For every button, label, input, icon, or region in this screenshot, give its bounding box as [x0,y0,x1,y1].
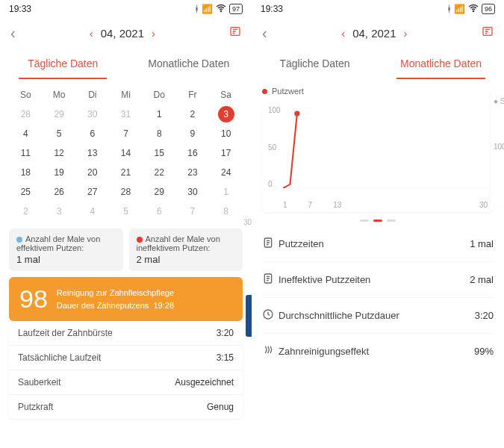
calendar-day[interactable]: 17 [209,143,243,163]
tab-daily[interactable]: Tägliche Daten [0,48,126,81]
calendar: SoMoDiMiDoFrSa28293031123456789101112131… [0,81,252,221]
calendar-day[interactable]: 21 [109,163,143,182]
legend-effective-label: Anzahl der Male von effektivem Putzen: [16,234,100,252]
calendar-day[interactable]: 2 [9,202,43,221]
stat-value: Ausgezeichnet [175,377,234,388]
calendar-day[interactable]: 6 [143,202,176,221]
monthly-stat-value: 99% [474,346,494,357]
calendar-day[interactable]: 23 [176,163,210,182]
calendar-day[interactable]: 4 [75,202,109,221]
clock-icon [262,308,279,323]
calendar-day[interactable]: 2 [176,105,210,124]
calendar-day[interactable]: 18 [9,163,43,182]
calendar-day[interactable]: 15 [143,143,176,163]
score-line2-value: 19:28 [153,301,174,310]
monthly-stat-value: 2 mal [470,274,494,285]
month-label: 04, 2021 [352,27,396,40]
calendar-day[interactable]: 29 [43,105,76,124]
calendar-day[interactable]: 22 [143,163,176,182]
calendar-day[interactable]: 16 [176,143,210,163]
calendar-day[interactable]: 27 [75,182,109,202]
calendar-day[interactable]: 7 [176,202,210,221]
calendar-day-header: Fr [176,85,210,105]
calendar-action-icon[interactable] [482,25,494,40]
score-line2-label: Dauer des Zähneputzens [57,301,149,310]
calendar-day-header: Mi [109,85,143,105]
calendar-day[interactable]: 31 [109,105,143,124]
calendar-day[interactable]: 24 [209,163,243,182]
calendar-day[interactable]: 13 [75,143,109,163]
prev-month-icon[interactable]: ‹ [341,27,345,40]
calendar-day[interactable]: 12 [43,143,76,163]
calendar-day-header: So [9,85,43,105]
calendar-day[interactable]: 7 [109,124,143,143]
tab-monthly[interactable]: Monatliche Daten [126,48,252,81]
calendar-day[interactable]: 28 [9,105,43,124]
tab-daily[interactable]: Tägliche Daten [252,48,378,81]
calendar-day[interactable]: 29 [143,182,176,202]
bluetooth-icon: ᚼ [194,4,199,14]
phone-left: 19:33 ᚼ 📶 97 ‹ ‹ 04, 2021 › Tägliche Dat… [0,0,252,448]
calendar-day[interactable]: 26 [43,182,76,202]
status-bar: 19:33 ᚼ 📶 97 [0,0,252,18]
calendar-day[interactable]: 14 [109,143,143,163]
y-tick: 100 [268,106,281,114]
calendar-day[interactable]: 5 [43,124,76,143]
stat-value: 3:20 [217,328,234,338]
stat-row: Laufzeit der Zahnbürste3:20 [9,321,243,345]
calendar-day[interactable]: 30 [176,182,210,202]
score-card[interactable]: 98 Reinigung zur Zahnfleischpflege Dauer… [9,277,243,321]
legend-ineffective: Anzahl der Male von ineffektivem Putzen:… [129,228,243,271]
calendar-day[interactable]: 30 [75,105,109,124]
chart-y-axis: 100500 [268,106,281,188]
calendar-day[interactable]: 6 [75,124,109,143]
page-dot-active[interactable] [373,220,382,222]
signal-icon: 📶 [202,4,213,14]
calendar-peek-label: 30 [243,218,252,226]
calendar-day[interactable]: 1 [209,182,243,202]
prev-month-icon[interactable]: ‹ [90,27,93,40]
calendar-day[interactable]: 9 [176,124,210,143]
calendar-day[interactable]: 1 [143,105,176,124]
calendar-day[interactable]: 20 [75,163,109,182]
legend-cards: Anzahl der Male von effektivem Putzen: 1… [0,221,252,277]
chart-box[interactable]: 100500 171330 [262,100,494,212]
stat-row: Tatsächliche Laufzeit3:15 [9,345,243,370]
calendar-day[interactable]: 8 [209,202,243,221]
back-icon[interactable]: ‹ [10,25,16,42]
calendar-day[interactable]: 10 [209,124,243,143]
next-month-icon[interactable]: › [152,27,155,40]
battery-indicator: 97 [229,4,243,14]
calendar-day[interactable]: 8 [143,124,176,143]
legend-ineffective-label: Anzahl der Male von ineffektivem Putzen: [137,234,220,252]
tab-monthly[interactable]: Monatliche Daten [378,48,504,81]
page-dot[interactable] [387,220,396,222]
legend-ineffective-value: 2 mal [137,254,236,265]
monthly-stat-label: Durchschnittliche Putzdauer [279,310,475,321]
battery-indicator: 96 [482,4,495,14]
next-month-icon[interactable]: › [404,27,408,40]
status-time: 19:33 [261,4,283,14]
calendar-day[interactable]: 19 [43,163,76,182]
calendar-day[interactable]: 5 [109,202,143,221]
monthly-stat-row: Zahnreinigungseffekt99% [262,333,494,369]
page-dot[interactable] [360,220,369,222]
calendar-day[interactable]: 28 [109,182,143,202]
header: ‹ ‹ 04, 2021 › [252,18,504,48]
monthly-stat-value: 3:20 [475,310,494,321]
svg-point-0 [220,10,221,11]
calendar-action-icon[interactable] [229,25,241,40]
back-icon[interactable]: ‹ [262,25,267,42]
stat-label: Laufzeit der Zahnbürste [18,328,113,338]
stat-label: Sauberkeit [18,377,60,388]
calendar-day[interactable]: 25 [9,182,43,202]
calendar-day[interactable]: 3 [43,202,76,221]
status-icons: ᚼ 📶 96 [447,2,495,16]
calendar-day-header: Di [75,85,109,105]
calendar-day[interactable]: 4 [9,124,43,143]
tabs: Tägliche Daten Monatliche Daten [0,48,252,81]
calendar-day[interactable]: 11 [9,143,43,163]
calendar-day[interactable]: 3 [209,105,243,124]
chart-area: Putzwert 100500 171330 [252,81,504,212]
adjacent-chart-peek[interactable]: ● S 100 [491,91,504,205]
